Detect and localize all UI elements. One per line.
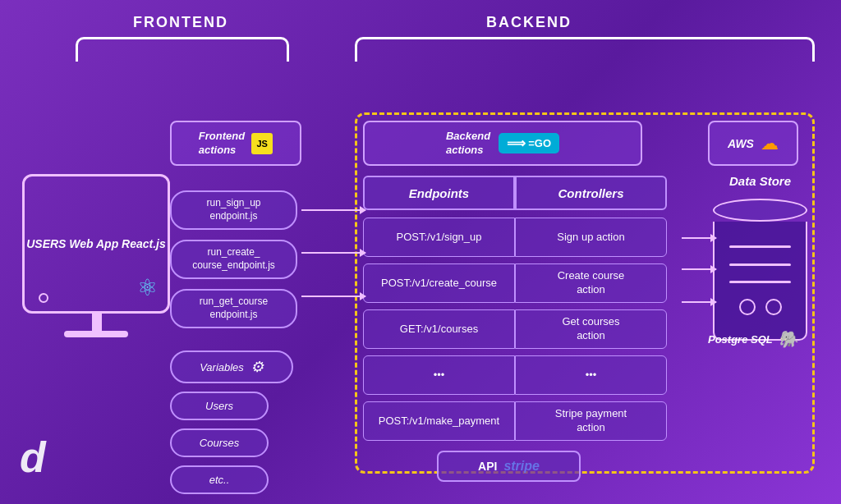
arrow-6 [682, 301, 716, 303]
endpoint-cell: POST:/v1/sign_up [363, 218, 515, 257]
controller-cell: Sign up action [515, 218, 667, 257]
list-item: etc.. [170, 465, 269, 494]
endpoint-cell: ••• [363, 355, 515, 395]
endpoint-cell: POST:/v1/create_course [363, 263, 515, 303]
var-items-list: Users Courses etc.. [170, 392, 269, 494]
aws-box: AWS ☁ [708, 121, 798, 166]
table-row: GET:/v1/courses Get coursesaction [363, 309, 667, 349]
db-line [729, 281, 791, 283]
api-label: API [478, 460, 497, 473]
backend-label: BACKEND [486, 14, 572, 31]
frontend-items-list: run_sign_upendpoint.js run_create_course… [170, 190, 297, 328]
endpoint-cell: POST:/v1/make_payment [363, 401, 515, 441]
variables-icon: ⚙ [250, 358, 264, 376]
db-circle-icon [765, 299, 782, 315]
endpoints-header: Endpoints [363, 176, 515, 210]
table-rows: POST:/v1/sign_up Sign up action POST:/v1… [363, 218, 667, 441]
monitor-base [64, 331, 128, 337]
table-row: POST:/v1/create_course Create courseacti… [363, 263, 667, 303]
frontend-label: FRONTEND [133, 14, 228, 31]
backend-actions-title: Backendactions [446, 130, 490, 158]
postgres-icon: 🐘 [778, 329, 798, 349]
arrowhead-6 [710, 298, 717, 306]
aws-label: AWS [728, 137, 754, 150]
list-item: Courses [170, 428, 269, 457]
controllers-header: Controllers [515, 176, 667, 210]
postgres-text: Postgre SQL [708, 333, 773, 346]
api-stripe-box: API stripe [437, 451, 581, 482]
data-store-title: Data Store [713, 174, 807, 188]
postgres-label: Postgre SQL 🐘 [708, 329, 798, 349]
list-item: run_sign_upendpoint.js [170, 190, 297, 230]
d-logo: d [20, 433, 46, 482]
data-store-cylinder [713, 199, 807, 341]
frontend-actions-box: Frontendactions JS [170, 121, 301, 166]
db-line [729, 245, 791, 248]
table-row: POST:/v1/make_payment Stripe paymentacti… [363, 401, 667, 441]
variables-box: Variables ⚙ [170, 351, 293, 383]
db-top [713, 199, 807, 222]
list-item: Users [170, 392, 269, 420]
react-icon: ⚛ [137, 274, 158, 301]
arrow-1 [301, 209, 365, 211]
monitor-text: USERS Web App React.js [26, 236, 166, 253]
go-label: =GO [528, 137, 551, 149]
endpoint-cell: GET:/v1/courses [363, 309, 515, 349]
column-headers: Endpoints Controllers [363, 176, 667, 210]
table-row: POST:/v1/sign_up Sign up action [363, 218, 667, 257]
backend-actions-box: Backendactions ⟹ =GO [363, 121, 642, 166]
monitor-stand [92, 314, 102, 332]
list-item: run_get_courseendpoint.js [170, 289, 297, 328]
table-row: ••• ••• [363, 355, 667, 395]
controller-cell: Get coursesaction [515, 309, 667, 349]
arrow-5 [682, 268, 716, 270]
arrowhead-4 [710, 234, 717, 242]
go-arrow: ⟹ [507, 135, 526, 151]
frontend-brace [76, 37, 289, 62]
monitor-dot [39, 293, 48, 303]
list-item: run_create_course_endpoint.js [170, 240, 297, 279]
js-icon: JS [251, 133, 273, 154]
arrowhead-2 [360, 249, 366, 257]
stripe-label: stripe [503, 459, 540, 474]
go-badge: ⟹ =GO [499, 133, 559, 153]
db-circle-icon [739, 299, 756, 315]
arrowhead-3 [360, 292, 366, 300]
variables-label: Variables [200, 361, 244, 373]
arrow-3 [301, 296, 365, 297]
main-container: FRONTEND BACKEND USERS Web App React.js … [10, 14, 831, 490]
db-line [729, 263, 791, 266]
backend-brace [355, 37, 815, 62]
monitor: USERS Web App React.js ⚛ [22, 174, 170, 314]
db-body [713, 222, 807, 341]
controller-cell: Stripe paymentaction [515, 401, 667, 441]
frontend-actions-title: Frontendactions [199, 130, 245, 158]
db-icons-row [739, 299, 782, 315]
arrowhead-1 [360, 206, 366, 214]
arrow-2 [301, 252, 365, 254]
aws-icon: ☁ [761, 133, 779, 154]
arrow-4 [682, 237, 716, 239]
arrowhead-5 [710, 265, 717, 273]
controller-cell: Create courseaction [515, 263, 667, 303]
controller-cell: ••• [515, 355, 667, 395]
